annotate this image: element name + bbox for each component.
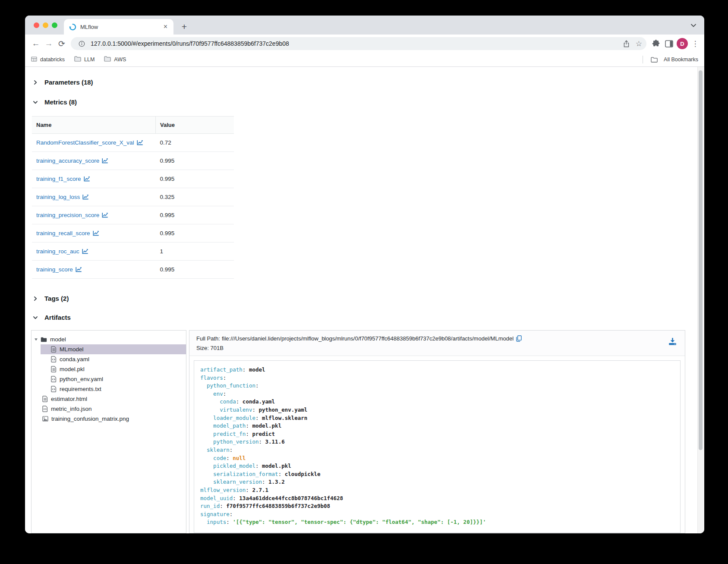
bookmark-item-databricks[interactable]: databricks [31,57,65,63]
metric-chart-icon [102,158,108,164]
tab-close-icon[interactable]: × [162,23,169,30]
code-file-icon [42,406,48,412]
minimize-window-button[interactable] [43,22,48,28]
bookmark-label: AWS [114,57,126,63]
metric-row: training_f1_score0.995 [32,170,234,188]
metric-name-cell: training_accuracy_score [32,152,156,170]
window-controls [34,22,57,28]
artifact-viewer-header: Full Path:file:///Users/daniel.liden/pro… [189,331,685,356]
all-bookmarks-folder-icon [649,54,659,65]
metric-name-cell: training_roc_auc [32,243,156,261]
tree-item-conda.yaml[interactable]: conda.yaml [41,354,186,364]
section-tags[interactable]: Tags (2) [33,295,685,302]
tree-item-model.pkl[interactable]: model.pkl [41,364,186,374]
metric-link-training_accuracy_score[interactable]: training_accuracy_score [36,158,108,164]
tree-item-metric_info.json[interactable]: metric_info.json [41,404,186,414]
metrics-col-name: Name [32,117,156,134]
metric-value: 0.995 [156,152,234,170]
code-line: code: null [200,454,674,463]
code-line: inputs: '[{"type": "tensor", "tensor-spe… [200,518,674,526]
metric-value: 0.995 [156,170,234,188]
profile-avatar[interactable]: D [677,38,688,49]
section-metrics[interactable]: Metrics (8) [33,98,685,106]
metric-link-training_recall_score[interactable]: training_recall_score [36,230,99,236]
tree-item-requirements.txt[interactable]: requirements.txt [41,384,186,394]
metric-row: training_roc_auc1 [32,243,234,261]
bookmark-item-aws[interactable]: AWS [104,56,126,63]
chevron-down-icon [33,100,38,105]
side-panel-icon[interactable] [664,38,674,49]
download-artifact-button[interactable] [668,337,677,347]
metric-name-cell: training_precision_score [32,206,156,224]
share-icon[interactable] [621,38,632,49]
metric-row: training_recall_score0.995 [32,224,234,243]
image-file-icon [42,416,48,422]
extensions-puzzle-icon[interactable] [651,38,661,49]
doc-file-icon [51,366,57,372]
folder-icon [74,56,81,63]
metric-chart-icon [82,194,89,200]
browser-menu-icon[interactable]: ⋮ [690,39,700,48]
metric-link-training_precision_score[interactable]: training_precision_score [36,212,108,218]
metric-chart-icon [76,267,82,272]
copy-path-icon[interactable] [516,335,522,342]
metric-link-training_roc_auc[interactable]: training_roc_auc [36,248,88,255]
chevron-right-icon [33,80,38,85]
page-scrollbar[interactable] [697,67,704,533]
code-file-icon [51,356,57,362]
tab-search-chevron-icon[interactable] [690,22,696,29]
metric-name-cell: training_recall_score [32,224,156,243]
metric-name-cell: training_log_loss [32,188,156,206]
folder-icon [104,56,111,63]
forward-button[interactable]: → [42,37,55,50]
metric-link-RandomForestClassifier_score_X_val[interactable]: RandomForestClassifier_score_X_val [36,139,143,146]
section-artifacts[interactable]: Artifacts [33,314,685,321]
bookmark-star-icon[interactable]: ☆ [636,39,642,48]
back-button[interactable]: ← [29,37,42,50]
browser-window: MLflow × + ← → ⟳ 127.0.0.1:5000/#/experi… [25,16,704,533]
metric-row: training_accuracy_score0.995 [32,152,234,170]
bookmarks-divider [643,56,643,63]
section-parameters[interactable]: Parameters (18) [33,79,685,86]
url-text[interactable]: 127.0.0.1:5000/#/experiments/0/runs/f70f… [91,40,618,47]
metric-name: training_log_loss [36,194,80,200]
metric-name-cell: training_score [32,261,156,279]
code-line: virtualenv: python_env.yaml [200,406,674,414]
code-line: loader_module: mlflow.sklearn [200,414,674,422]
metric-chart-icon [82,249,88,254]
tree-item-MLmodel[interactable]: MLmodel [41,344,186,354]
tree-item-training_confusion_matrix.png[interactable]: training_confusion_matrix.png [41,414,186,424]
code-line: model_path: model.pkl [200,422,674,430]
bookmark-label: databricks [40,57,65,63]
mlflow-favicon-icon [69,23,76,31]
new-tab-button[interactable]: + [178,20,191,33]
tree-item-label: conda.yaml [60,356,89,362]
browser-toolbar: ← → ⟳ 127.0.0.1:5000/#/experiments/0/run… [25,35,704,53]
artifact-tree: modelMLmodelconda.yamlmodel.pklpython_en… [31,330,186,533]
metric-link-training_log_loss[interactable]: training_log_loss [36,194,89,200]
reload-button[interactable]: ⟳ [55,37,68,50]
all-bookmarks[interactable]: All Bookmarks [643,54,698,65]
zoom-window-button[interactable] [52,22,57,28]
site-info-icon[interactable] [76,38,87,49]
tab-mlflow[interactable]: MLflow × [64,19,173,35]
metric-link-training_score[interactable]: training_score [36,266,82,273]
full-path-label: Full Path: [196,335,220,342]
tree-item-label: training_confusion_matrix.png [51,416,129,422]
code-line: signature: [200,510,674,519]
bookmark-item-llm[interactable]: LLM [74,56,95,63]
artifact-code-view[interactable]: artifact_path: modelflavors: python_func… [194,360,681,533]
metrics-table-header-row: Name Value [32,117,234,134]
tree-item-model[interactable]: model [32,334,186,344]
tree-item-python_env.yaml[interactable]: python_env.yaml [41,374,186,384]
tree-item-estimator.html[interactable]: estimator.html [41,394,186,404]
close-window-button[interactable] [34,22,39,28]
tree-expand-caret-icon[interactable] [34,337,38,341]
tree-item-label: python_env.yaml [60,376,103,382]
scrollbar-thumb[interactable] [699,70,703,450]
address-bar[interactable]: 127.0.0.1:5000/#/experiments/0/runs/f70f… [71,37,646,50]
code-line: flavors: [200,374,674,382]
metric-link-training_f1_score[interactable]: training_f1_score [36,176,90,182]
tab-strip: MLflow × + [25,16,704,35]
code-line: mlflow_version: 2.7.1 [200,486,674,495]
